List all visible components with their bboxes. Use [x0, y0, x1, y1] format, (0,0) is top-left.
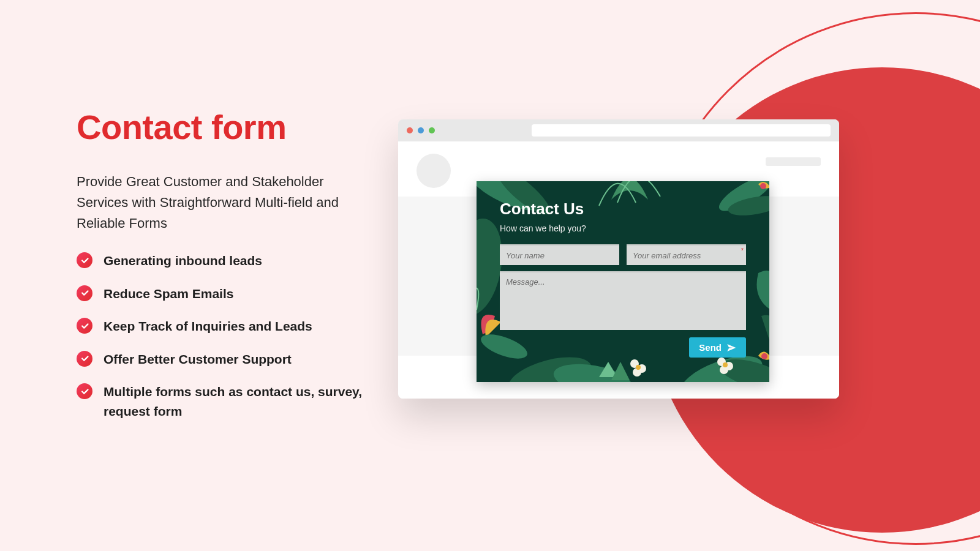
required-indicator-icon: * [741, 247, 744, 254]
name-placeholder: Your name [506, 251, 545, 260]
browser-mockup: Contact Us How can we help you? Your nam… [398, 119, 839, 399]
slide-canvas: Contact form Provide Great Customer and … [0, 0, 980, 551]
list-item-label: Multiple forms such as contact us, surve… [104, 382, 364, 421]
list-item: Offer Better Customer Support [77, 350, 364, 369]
contact-form-card: Contact Us How can we help you? Your nam… [477, 181, 769, 382]
address-bar[interactable] [532, 124, 831, 137]
list-item: Keep Track of Inquiries and Leads [77, 317, 364, 336]
page-subtitle: Provide Great Customer and Stakeholder S… [77, 171, 364, 234]
check-icon [77, 351, 92, 367]
paper-plane-icon [726, 343, 736, 353]
form-title: Contact Us [500, 200, 746, 219]
check-icon [77, 285, 92, 301]
send-button[interactable]: Send [689, 337, 746, 358]
window-close-icon [407, 127, 413, 133]
message-input[interactable]: Message... [500, 271, 746, 330]
list-item-label: Keep Track of Inquiries and Leads [104, 317, 312, 336]
list-item: Generating inbound leads [77, 251, 364, 271]
list-item: Multiple forms such as contact us, surve… [77, 382, 364, 421]
form-content: Contact Us How can we help you? Your nam… [477, 181, 769, 358]
check-icon [77, 318, 92, 334]
list-item: Reduce Spam Emails [77, 284, 364, 304]
svg-point-18 [723, 362, 728, 367]
form-subtitle: How can we help you? [500, 223, 746, 233]
window-minimize-icon [418, 127, 424, 133]
avatar-placeholder [417, 154, 451, 188]
check-icon [77, 252, 92, 268]
email-placeholder: Your email address [633, 251, 701, 260]
message-placeholder: Message... [506, 277, 545, 287]
text-column: Contact form Provide Great Customer and … [77, 107, 364, 434]
svg-point-12 [636, 365, 641, 370]
feature-list: Generating inbound leads Reduce Spam Ema… [77, 251, 364, 421]
list-item-label: Reduce Spam Emails [104, 284, 233, 304]
browser-viewport: Contact Us How can we help you? Your nam… [398, 141, 839, 399]
email-input[interactable]: Your email address * [627, 244, 746, 265]
name-input[interactable]: Your name [500, 244, 619, 265]
window-zoom-icon [429, 127, 435, 133]
browser-titlebar [398, 119, 839, 141]
nav-placeholder [766, 157, 821, 166]
page-title: Contact form [77, 107, 364, 147]
send-button-label: Send [699, 342, 722, 353]
list-item-label: Offer Better Customer Support [104, 350, 292, 369]
list-item-label: Generating inbound leads [104, 251, 262, 271]
check-icon [77, 383, 92, 399]
